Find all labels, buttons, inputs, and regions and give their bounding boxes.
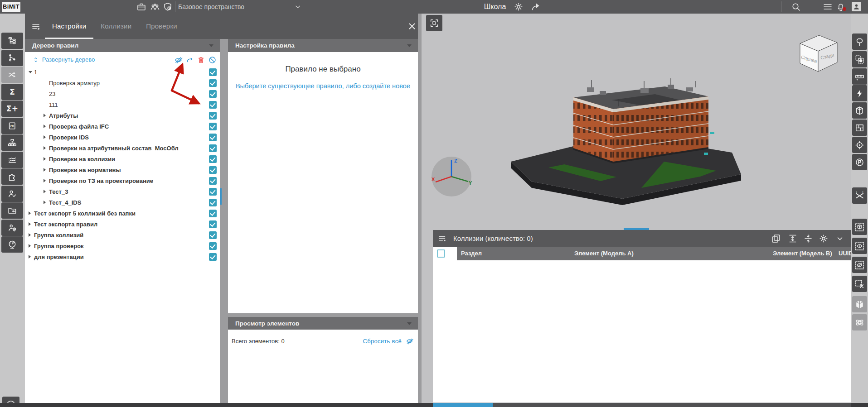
clear-selection-button[interactable] [852, 276, 867, 292]
tree-item-checkbox[interactable] [209, 79, 217, 87]
caret-right-icon[interactable] [44, 146, 49, 150]
tree-item[interactable]: Атрибуты [25, 110, 220, 121]
orbit-navigation-button[interactable] [852, 314, 867, 330]
tree-item[interactable]: 111 [25, 99, 220, 110]
tree-item-checkbox[interactable] [209, 123, 217, 130]
checks-shuffle-button[interactable] [1, 67, 23, 83]
tree-item[interactable]: Тест_4_IDS [25, 197, 220, 208]
caret-right-icon[interactable] [44, 157, 49, 161]
hide-all-icon[interactable] [405, 337, 414, 345]
panel-resize-handle[interactable] [220, 188, 222, 205]
view-cube[interactable]: Справа Сзади [795, 30, 842, 75]
viewpoint-flag-button[interactable] [852, 154, 867, 170]
user-account-icon[interactable] [852, 2, 861, 11]
tree-item[interactable]: Тест_3 [25, 186, 220, 197]
tree-item[interactable]: для презентации [25, 251, 220, 262]
measure-axes-button[interactable]: 12 [852, 187, 867, 204]
tree-item[interactable]: Проверки на нормативы [25, 164, 220, 175]
redo-arrow-icon[interactable] [185, 55, 194, 65]
panel-menu-icon[interactable] [31, 21, 42, 32]
tree-item[interactable]: Группа проверок [25, 240, 220, 251]
show-selection-button[interactable] [852, 238, 867, 254]
tree-item-checkbox[interactable] [209, 101, 217, 109]
column-header[interactable]: Элемент (Модель A) [574, 247, 634, 260]
row-height-icon[interactable] [787, 233, 798, 244]
tree-item-checkbox[interactable] [209, 231, 217, 239]
plugin-puzzle-button[interactable] [1, 168, 23, 185]
clip-flash-button[interactable] [852, 85, 867, 101]
column-header[interactable]: Элемент (Модель B) [773, 247, 832, 260]
dashboard-gauge-button[interactable] [1, 236, 23, 253]
caret-down-icon[interactable] [29, 71, 34, 73]
caret-right-icon[interactable] [29, 255, 34, 259]
floor-plan-button[interactable] [852, 120, 867, 136]
section-box-button[interactable] [852, 102, 867, 119]
tab-настройки[interactable]: Настройки [45, 14, 93, 39]
sheet-2d-button[interactable]: 2D [1, 118, 23, 134]
user-check-button[interactable] [1, 186, 23, 202]
tree-item-checkbox[interactable] [209, 90, 217, 98]
measure-ruler-button[interactable] [852, 68, 867, 85]
reset-all-link[interactable]: Сбросить всё [363, 338, 402, 345]
tree-item[interactable]: Проверки IDS [25, 132, 220, 143]
caret-right-icon[interactable] [44, 135, 49, 139]
tree-item-checkbox[interactable] [209, 68, 217, 76]
settings-gear-icon[interactable] [818, 233, 829, 244]
tree-item[interactable]: Тест экспорта правил [25, 219, 220, 230]
horizontal-scrollbar-track[interactable] [493, 403, 851, 407]
tree-item[interactable]: 23 [25, 88, 220, 99]
caret-right-icon[interactable] [29, 233, 34, 237]
tree-item[interactable]: Группа коллизий [25, 230, 220, 240]
select-rule-hint[interactable]: Выберите существующее правило, либо созд… [228, 82, 418, 90]
chevron-down-icon[interactable] [834, 233, 845, 244]
menu-list-icon[interactable] [822, 1, 833, 12]
caret-right-icon[interactable] [29, 244, 34, 248]
panel-menu-icon[interactable] [437, 234, 447, 244]
dependency-branch-button[interactable] [1, 50, 23, 66]
rule-settings-header[interactable]: Настройка правила [228, 39, 418, 52]
shaded-cube-button[interactable] [852, 296, 867, 312]
user-location-button[interactable] [1, 220, 23, 236]
caret-right-icon[interactable] [44, 201, 49, 204]
caret-right-icon[interactable] [29, 211, 34, 215]
caret-right-icon[interactable] [44, 168, 49, 172]
folder-import-button[interactable] [1, 202, 23, 219]
tree-item-checkbox[interactable] [209, 253, 217, 261]
isolate-selection-button[interactable] [852, 219, 867, 235]
delete-trash-icon[interactable] [196, 55, 206, 65]
hierarchy-chart-button[interactable] [1, 134, 23, 151]
expand-tree-link[interactable]: Развернуть дерево [42, 57, 95, 63]
select-all-checkbox[interactable] [437, 249, 445, 258]
team-icon[interactable] [150, 1, 160, 12]
close-icon[interactable] [407, 21, 417, 31]
briefcase-icon[interactable] [136, 1, 147, 12]
sum-sigma-plus-button[interactable]: Σ+ [1, 101, 23, 117]
tree-item[interactable]: 1 [25, 67, 220, 77]
structure-tree-button[interactable] [1, 33, 23, 49]
tree-item-checkbox[interactable] [209, 134, 217, 141]
caret-right-icon[interactable] [44, 179, 49, 182]
chevron-down-icon[interactable] [293, 2, 303, 12]
select-similar-button[interactable] [852, 51, 867, 67]
tree-item-checkbox[interactable] [209, 188, 217, 196]
tree-item-checkbox[interactable] [209, 220, 217, 228]
horizontal-scrollbar-thumb[interactable] [433, 403, 493, 407]
line-chart-button[interactable] [1, 152, 23, 168]
caret-right-icon[interactable] [44, 190, 49, 193]
tab-проверки[interactable]: Проверки [139, 14, 184, 38]
building-model[interactable] [505, 38, 759, 215]
column-header[interactable]: Раздел [461, 247, 482, 260]
column-header[interactable]: UUID [839, 247, 851, 260]
sum-sigma-button[interactable]: Σ [1, 84, 23, 100]
settings-gear-icon[interactable] [513, 1, 524, 12]
collapse-rows-icon[interactable] [803, 233, 814, 244]
tree-item-checkbox[interactable] [209, 112, 217, 120]
tree-item[interactable]: Проверка арматур [25, 77, 220, 88]
shield-protect-icon[interactable] [162, 1, 173, 12]
tree-item-checkbox[interactable] [209, 199, 217, 206]
elements-preview-header[interactable]: Просмотр элементов [228, 317, 418, 330]
caret-right-icon[interactable] [44, 114, 49, 117]
tree-item-checkbox[interactable] [209, 242, 217, 250]
group-copies-icon[interactable] [771, 233, 781, 244]
hide-all-icon[interactable] [174, 55, 183, 65]
